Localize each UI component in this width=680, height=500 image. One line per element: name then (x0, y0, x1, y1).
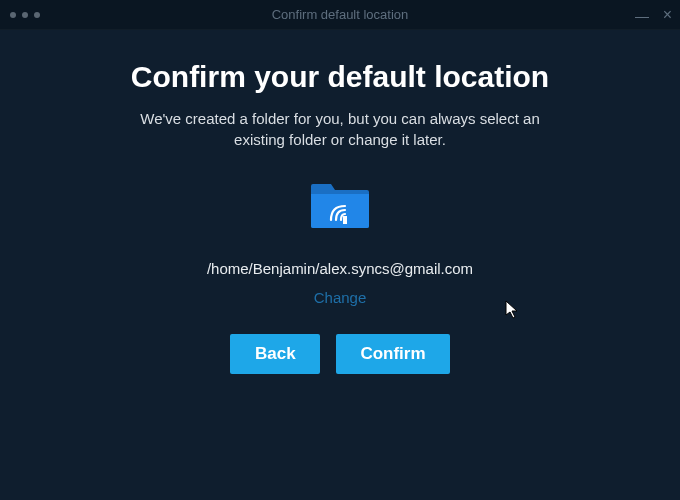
window-title: Confirm default location (272, 7, 409, 22)
page-subtext: We've created a folder for you, but you … (130, 108, 550, 150)
svg-rect-0 (343, 216, 347, 224)
close-icon[interactable]: × (663, 7, 672, 23)
traffic-dot (34, 12, 40, 18)
titlebar: Confirm default location × (0, 0, 680, 30)
window-controls: × (635, 7, 672, 23)
traffic-dot (22, 12, 28, 18)
confirm-button[interactable]: Confirm (336, 334, 449, 374)
location-path: /home/Benjamin/alex.syncs@gmail.com (60, 260, 620, 277)
button-row: Back Confirm (60, 334, 620, 374)
traffic-lights (0, 12, 40, 18)
page-title: Confirm your default location (60, 60, 620, 94)
back-button[interactable]: Back (230, 334, 320, 374)
minimize-icon[interactable] (635, 17, 649, 18)
dialog-content: Confirm your default location We've crea… (0, 30, 680, 374)
change-link[interactable]: Change (314, 289, 367, 306)
folder-icon (60, 180, 620, 230)
traffic-dot (10, 12, 16, 18)
